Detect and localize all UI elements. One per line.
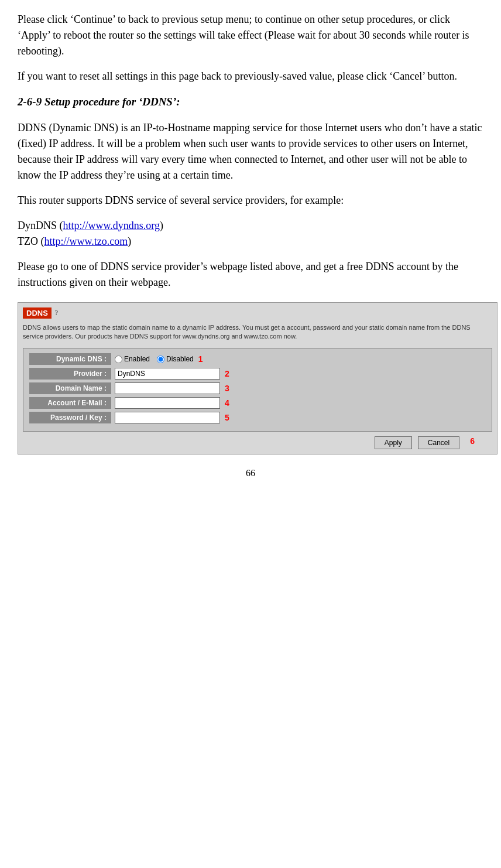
final-para: Please go to one of DDNS service provide…: [18, 259, 483, 291]
ddns-form: Dynamic DNS : Enabled Disabled 1: [23, 348, 492, 432]
row-number-2: 2: [225, 369, 229, 378]
provider-content: 2: [111, 368, 486, 380]
provider-links: DynDNS (http://www.dyndns.org) TZO (http…: [18, 218, 483, 250]
account-label: Account / E-Mail :: [29, 397, 111, 409]
ddns-desc1: DDNS (Dynamic DNS) is an IP-to-Hostname …: [18, 120, 483, 183]
dynamic-dns-content: Enabled Disabled 1: [111, 354, 486, 364]
domain-name-content: 3: [111, 382, 486, 394]
account-row: Account / E-Mail : 4: [29, 397, 486, 409]
ddns-config-box: DDNS ? DDNS allows users to map the stat…: [18, 302, 497, 455]
dynamic-dns-row: Dynamic DNS : Enabled Disabled 1: [29, 353, 486, 365]
tzo-end: ): [128, 235, 131, 247]
tzo-label: TZO (: [18, 235, 44, 247]
domain-name-row: Domain Name : 3: [29, 382, 486, 394]
ddns-logo: DDNS: [23, 307, 52, 319]
button-row: Apply Cancel 6: [23, 436, 492, 449]
dynamic-dns-radio-group: Enabled Disabled: [115, 355, 194, 363]
password-content: 5: [111, 412, 486, 423]
section-title: 2-6-9 Setup procedure for ‘DDNS’:: [18, 94, 483, 111]
row-number-1: 1: [198, 354, 203, 364]
dyndns-label: DynDNS (: [18, 220, 63, 231]
row-number-4: 4: [225, 398, 229, 408]
provider-row: Provider : 2: [29, 368, 486, 380]
ddns-header: DDNS ?: [23, 307, 492, 319]
row-number-5: 5: [225, 413, 229, 422]
password-row: Password / Key : 5: [29, 412, 486, 423]
enabled-radio[interactable]: [115, 356, 122, 363]
dyndns-link[interactable]: http://www.dyndns.org: [63, 220, 160, 231]
enabled-radio-label[interactable]: Enabled: [115, 355, 150, 363]
ddns-help-icon[interactable]: ?: [55, 309, 58, 317]
account-content: 4: [111, 397, 486, 409]
enabled-label: Enabled: [124, 355, 150, 363]
disabled-label: Disabled: [166, 355, 194, 363]
ddns-desc2: This router supports DDNS service of sev…: [18, 193, 483, 209]
disabled-radio[interactable]: [157, 356, 164, 363]
page-number: 66: [18, 466, 483, 480]
disabled-radio-label[interactable]: Disabled: [157, 355, 194, 363]
row-number-3: 3: [225, 384, 229, 393]
row-number-6: 6: [470, 436, 475, 449]
domain-name-input[interactable]: [115, 382, 220, 394]
domain-name-label: Domain Name :: [29, 382, 111, 394]
intro-para1: Please click ‘Continue’ to back to previ…: [18, 12, 483, 59]
password-input[interactable]: [115, 412, 220, 423]
password-label: Password / Key :: [29, 412, 111, 423]
ddns-description: DDNS allows users to map the static doma…: [23, 323, 492, 341]
cancel-button[interactable]: Cancel: [418, 436, 459, 449]
intro-para2: If you want to reset all settings in thi…: [18, 69, 483, 84]
dyndns-end: ): [160, 220, 163, 231]
ddns-form-area: Dynamic DNS : Enabled Disabled 1: [23, 348, 492, 449]
provider-input[interactable]: [115, 368, 220, 380]
provider-label: Provider :: [29, 368, 111, 380]
account-input[interactable]: [115, 397, 220, 409]
dynamic-dns-label: Dynamic DNS :: [29, 353, 111, 365]
tzo-link[interactable]: http://www.tzo.com: [44, 235, 128, 247]
apply-button[interactable]: Apply: [375, 436, 412, 449]
